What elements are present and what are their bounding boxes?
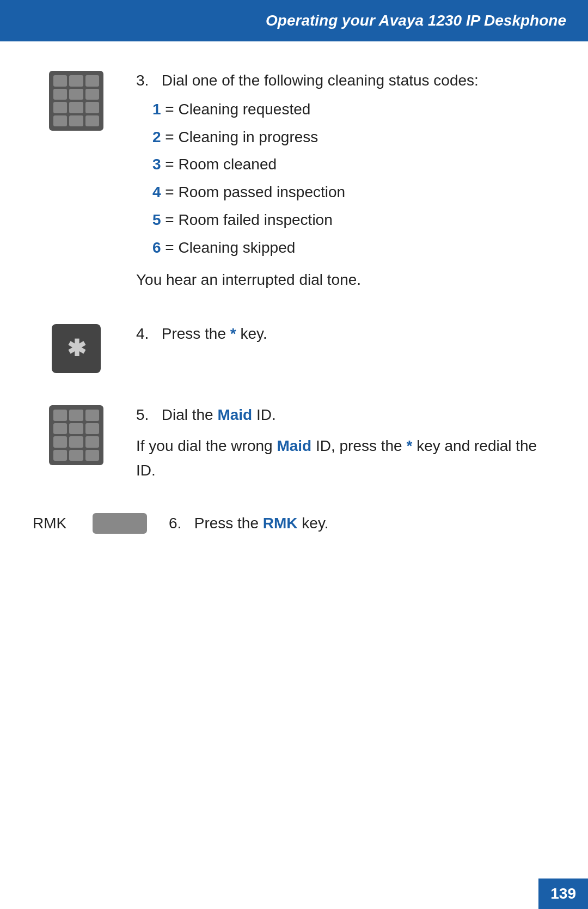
rmk-button-icon — [93, 513, 147, 534]
code-desc-6: = Cleaning skipped — [165, 239, 295, 256]
key-2 — [69, 75, 83, 87]
code-num-1: 1 — [152, 101, 161, 118]
key-s3 — [85, 410, 99, 421]
key-s8 — [69, 436, 83, 448]
code-num-6: 6 — [152, 239, 161, 256]
step-4-star: * — [230, 325, 236, 342]
header-bar: Operating your Avaya 1230 IP Deskphone — [0, 0, 588, 41]
step-6-row: RMK 6. Press the RMK key. — [33, 513, 555, 534]
page-number: 139 — [550, 885, 576, 902]
step-4-icon-cell: ✱ — [33, 322, 120, 373]
code-num-4: 4 — [152, 184, 161, 200]
key-11 — [69, 115, 83, 127]
step-4-after: key. — [236, 325, 267, 342]
step-5-mid2: ID, press the — [311, 437, 406, 454]
step-4-row: ✱ 4. Press the * key. — [33, 322, 555, 373]
code-num-5: 5 — [152, 211, 161, 228]
step-5-mid1: ID. — [252, 406, 276, 423]
code-num-2: 2 — [152, 129, 161, 145]
key-9 — [85, 102, 99, 113]
key-12 — [85, 115, 99, 127]
dial-tone-note: You hear an interrupted dial tone. — [136, 268, 555, 292]
star-key-icon: ✱ — [52, 324, 101, 373]
status-code-2: 2 = Cleaning in progress — [152, 125, 555, 150]
code-num-3: 3 — [152, 156, 161, 173]
step-5-icon-cell — [33, 403, 120, 465]
key-s5 — [69, 423, 83, 435]
status-code-3: 3 = Room cleaned — [152, 152, 555, 177]
status-code-6: 6 = Cleaning skipped — [152, 236, 555, 260]
step-6-before: Press the — [194, 515, 263, 532]
key-s4 — [53, 423, 67, 435]
step-5-line1: 5. Dial the Maid ID. — [136, 403, 555, 428]
step-5-maid1: Maid — [217, 406, 252, 423]
key-s11 — [69, 450, 83, 461]
key-1 — [53, 75, 67, 87]
rmk-label: RMK — [33, 515, 87, 532]
step-6-number: 6. — [169, 515, 190, 532]
step-6-rmk: RMK — [263, 515, 298, 532]
step-4-number: 4. — [136, 325, 157, 342]
key-s10 — [53, 450, 67, 461]
step-3-number: 3. — [136, 72, 157, 89]
key-s7 — [53, 436, 67, 448]
status-code-list: 1 = Cleaning requested 2 = Cleaning in p… — [152, 97, 555, 260]
key-8 — [69, 102, 83, 113]
step-5-line2: If you dial the wrong Maid ID, press the… — [136, 434, 555, 483]
step-5-text: 5. Dial the Maid ID. If you dial the wro… — [120, 403, 555, 483]
key-6 — [85, 89, 99, 100]
step-3-icon-cell — [33, 69, 120, 131]
step-4-text: 4. Press the * key. — [120, 322, 555, 346]
code-desc-3: = Room cleaned — [165, 156, 277, 173]
rmk-icon-cell — [87, 513, 152, 534]
code-desc-4: = Room passed inspection — [165, 184, 345, 200]
header-title: Operating your Avaya 1230 IP Deskphone — [266, 12, 566, 29]
key-s1 — [53, 410, 67, 421]
step-6-text: 6. Press the RMK key. — [152, 515, 555, 532]
step-3-intro-text: Dial one of the following cleaning statu… — [162, 72, 479, 89]
status-code-4: 4 = Room passed inspection — [152, 180, 555, 205]
star-symbol: ✱ — [67, 337, 86, 360]
step-5-line2-before: If you dial the wrong — [136, 437, 277, 454]
key-3 — [85, 75, 99, 87]
key-s9 — [85, 436, 99, 448]
status-code-1: 1 = Cleaning requested — [152, 97, 555, 122]
page-number-box: 139 — [538, 879, 588, 909]
step-5-row: 5. Dial the Maid ID. If you dial the wro… — [33, 403, 555, 483]
step-3-text: 3. Dial one of the following cleaning st… — [120, 69, 555, 292]
step-3-intro: 3. Dial one of the following cleaning st… — [136, 69, 555, 93]
page-content: 3. Dial one of the following cleaning st… — [0, 41, 588, 607]
key-4 — [53, 89, 67, 100]
step-6-after: key. — [298, 515, 329, 532]
keypad-icon-1 — [49, 71, 103, 131]
step-5-before: Dial the — [162, 406, 218, 423]
key-s2 — [69, 410, 83, 421]
code-desc-1: = Cleaning requested — [165, 101, 310, 118]
step-5-maid2: Maid — [277, 437, 311, 454]
key-s12 — [85, 450, 99, 461]
step-4-before: Press the — [162, 325, 230, 342]
key-5 — [69, 89, 83, 100]
status-code-5: 5 = Room failed inspection — [152, 208, 555, 233]
key-s6 — [85, 423, 99, 435]
code-desc-5: = Room failed inspection — [165, 211, 332, 228]
key-7 — [53, 102, 67, 113]
step-3-row: 3. Dial one of the following cleaning st… — [33, 69, 555, 292]
step-5-star2: * — [406, 437, 412, 454]
step-5-number: 5. — [136, 406, 157, 423]
keypad-icon-2 — [49, 405, 103, 465]
code-desc-2: = Cleaning in progress — [165, 129, 318, 145]
key-10 — [53, 115, 67, 127]
